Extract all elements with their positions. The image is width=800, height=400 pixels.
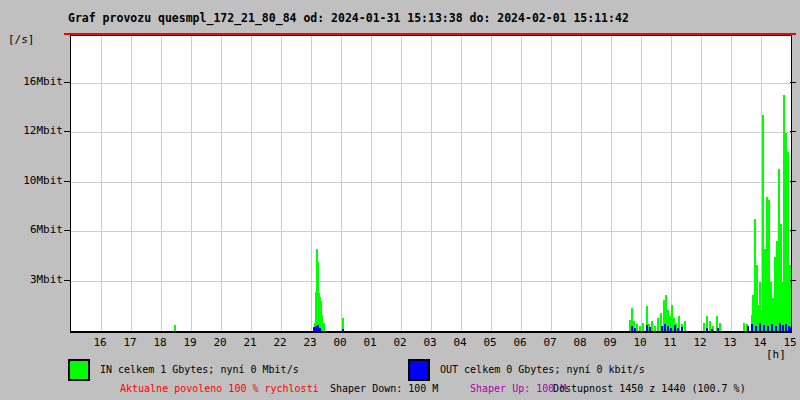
y-axis-tick-left (64, 230, 70, 231)
legend-in-label: IN celkem 1 Gbytes; nyní 0 Mbit/s (100, 359, 299, 381)
vertical-gridline (101, 36, 102, 331)
y-axis-tick-right (790, 230, 796, 231)
x-axis-label: 08 (565, 336, 595, 349)
vertical-gridline (431, 36, 432, 331)
x-axis-label: 17 (115, 336, 145, 349)
in-traffic-bar (174, 325, 176, 331)
in-traffic-bar (776, 241, 778, 331)
in-traffic-bar (743, 323, 745, 331)
out-traffic-bar (649, 327, 651, 331)
x-axis-label: 06 (505, 336, 535, 349)
y-axis-label: 6Mbit (3, 223, 63, 236)
footer-allowed-speed: Aktualne povoleno 100 % rychlosti (120, 383, 319, 394)
out-traffic-bar (634, 328, 636, 331)
legend-out-swatch (408, 359, 430, 381)
out-traffic-bar (755, 326, 757, 331)
vertical-gridline (401, 36, 402, 331)
footer-availability: Dostupnost 1450 z 1440 (100.7 %) (553, 383, 746, 394)
out-traffic-bar (674, 325, 676, 331)
x-axis-label: 18 (145, 336, 175, 349)
in-traffic-bar (636, 324, 638, 331)
out-traffic-bar (763, 325, 765, 331)
x-axis-label: 16 (85, 336, 115, 349)
legend-in-swatch (68, 359, 90, 381)
out-traffic-bar (664, 324, 666, 331)
out-traffic-bar (711, 329, 713, 331)
x-axis-unit-label: [h] (766, 348, 786, 361)
x-axis-label: 05 (475, 336, 505, 349)
vertical-gridline (551, 36, 552, 331)
horizontal-gridline (71, 182, 791, 183)
out-traffic-bar (667, 326, 669, 331)
footer-shaper-up: Shaper Up: 100 M (470, 383, 566, 394)
out-traffic-bar (790, 327, 791, 331)
horizontal-gridline (71, 281, 791, 282)
in-traffic-bar (684, 321, 686, 331)
traffic-chart (71, 36, 791, 331)
out-traffic-bar (670, 328, 672, 331)
out-traffic-bar (782, 325, 784, 331)
in-traffic-bar (639, 326, 641, 331)
out-traffic-bar (779, 323, 781, 331)
x-axis-label: 04 (445, 336, 475, 349)
vertical-gridline (461, 36, 462, 331)
out-traffic-bar (771, 324, 773, 331)
y-axis-tick-left (64, 181, 70, 182)
y-axis-label: 10Mbit (3, 174, 63, 187)
out-traffic-bar (313, 327, 315, 331)
x-axis-label: 09 (595, 336, 625, 349)
vertical-gridline (731, 36, 732, 331)
out-traffic-bar (759, 323, 761, 331)
x-axis-label: 00 (325, 336, 355, 349)
x-axis-label: 12 (685, 336, 715, 349)
y-axis-tick-right (790, 280, 796, 281)
graph-title: Graf provozu quesmpl_172_21_80_84 od: 20… (68, 11, 629, 25)
in-traffic-bar (321, 315, 323, 331)
out-traffic-bar (646, 325, 648, 331)
out-traffic-bar (661, 326, 663, 331)
y-axis-tick-right (790, 181, 796, 182)
out-traffic-bar (706, 328, 708, 331)
vertical-gridline (761, 36, 762, 331)
y-axis-unit-label: [/s] (8, 33, 35, 46)
horizontal-gridline (71, 83, 791, 84)
vertical-gridline (341, 36, 342, 331)
legend-out-label: OUT celkem 0 Gbytes; nyní 0 kbit/s (440, 359, 645, 381)
in-traffic-bar (323, 323, 325, 331)
vertical-gridline (491, 36, 492, 331)
footer-shaper-down: Shaper Down: 100 M (330, 383, 438, 394)
vertical-gridline (251, 36, 252, 331)
y-axis-tick-left (64, 131, 70, 132)
out-traffic-bar (677, 328, 679, 331)
out-traffic-bar (767, 326, 769, 331)
x-axis-label: 23 (295, 336, 325, 349)
out-traffic-bar (342, 329, 344, 331)
x-axis-label: 03 (415, 336, 445, 349)
out-traffic-bar (315, 326, 317, 331)
x-axis-label: 10 (625, 336, 655, 349)
vertical-gridline (161, 36, 162, 331)
out-traffic-bar (751, 324, 753, 331)
in-traffic-bar (756, 265, 758, 331)
vertical-gridline (131, 36, 132, 331)
y-axis-tick-right (790, 82, 796, 83)
y-axis-tick-left (64, 82, 70, 83)
y-axis-label: 12Mbit (3, 124, 63, 137)
out-traffic-bar (747, 326, 749, 331)
x-axis-label: 13 (715, 336, 745, 349)
x-axis-label: 20 (205, 336, 235, 349)
out-traffic-bar (317, 325, 319, 331)
out-traffic-bar (631, 326, 633, 331)
in-traffic-bar (671, 305, 673, 331)
x-axis-label: 01 (355, 336, 385, 349)
vertical-gridline (281, 36, 282, 331)
in-traffic-bar (764, 249, 766, 331)
in-traffic-bar (703, 323, 705, 331)
y-axis-label: 3Mbit (3, 273, 63, 286)
y-axis-tick-right (790, 131, 796, 132)
x-axis-label: 02 (385, 336, 415, 349)
vertical-gridline (311, 36, 312, 331)
traffic-plot-area (70, 35, 792, 333)
in-traffic-bar (642, 323, 644, 331)
vertical-gridline (671, 36, 672, 331)
